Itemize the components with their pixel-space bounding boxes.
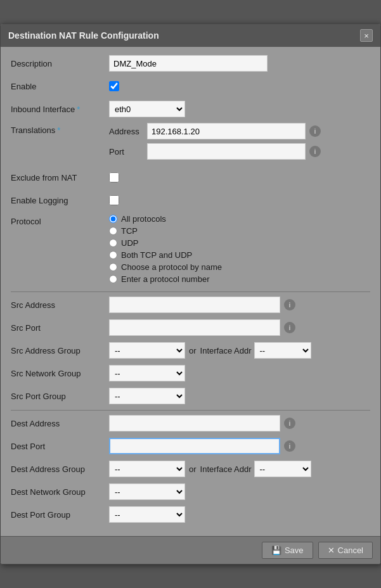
port-input[interactable] xyxy=(147,143,306,160)
divider-2 xyxy=(11,410,370,411)
protocol-both-radio[interactable] xyxy=(109,251,117,259)
protocol-tcp-radio[interactable] xyxy=(109,227,117,235)
close-button[interactable]: × xyxy=(360,29,373,42)
enable-logging-row: Enable Logging xyxy=(11,191,370,209)
enable-row: Enable xyxy=(11,77,370,95)
protocol-bynumber-label: Enter a protocol number xyxy=(121,274,209,284)
exclude-nat-label: Exclude from NAT xyxy=(11,173,109,182)
protocol-options: All protocols TCP UDP Both TCP and UDP C… xyxy=(109,214,370,286)
dest-iface-addr-label: Interface Addr xyxy=(200,464,252,474)
protocol-label: Protocol xyxy=(11,214,109,286)
src-port-label: Src Port xyxy=(11,323,109,333)
src-port-input[interactable] xyxy=(109,319,280,336)
protocol-byname-label: Choose a protocol by name xyxy=(121,262,222,272)
cancel-button[interactable]: ✕ Cancel xyxy=(318,542,373,559)
enable-checkbox[interactable] xyxy=(109,81,119,91)
protocol-all-label: All protocols xyxy=(121,214,166,224)
save-button[interactable]: 💾 Save xyxy=(262,542,313,559)
dialog-body: Description Enable Inbound Interface* et… xyxy=(1,47,380,536)
exclude-nat-checkbox[interactable] xyxy=(109,172,119,182)
src-address-group-label: Src Address Group xyxy=(11,346,109,355)
divider-1 xyxy=(11,291,370,292)
protocol-bynumber-radio[interactable] xyxy=(109,275,117,283)
address-info-icon: i xyxy=(309,125,321,137)
translations-fields: Address i Port i xyxy=(109,123,370,163)
enable-logging-checkbox[interactable] xyxy=(109,195,119,205)
port-sub-label: Port xyxy=(109,147,147,157)
src-port-info-icon: i xyxy=(284,322,295,333)
protocol-byname-row: Choose a protocol by name xyxy=(109,262,370,272)
translations-label: Translations* xyxy=(11,123,109,163)
dialog-footer: 💾 Save ✕ Cancel xyxy=(1,536,380,564)
protocol-byname-radio[interactable] xyxy=(109,263,117,271)
translations-block: Translations* Address i Port i xyxy=(11,123,370,163)
dest-or-text: or xyxy=(189,464,197,474)
dest-port-input[interactable] xyxy=(109,438,280,454)
protocol-tcp-label: TCP xyxy=(121,226,138,236)
dest-interface-addr-select[interactable]: -- xyxy=(254,461,311,477)
cancel-icon: ✕ xyxy=(328,546,335,555)
dest-address-label: Dest Address xyxy=(11,419,109,428)
dest-network-group-label: Dest Network Group xyxy=(11,487,109,497)
dest-network-group-select[interactable]: -- xyxy=(109,483,185,500)
exclude-nat-row: Exclude from NAT xyxy=(11,169,370,186)
src-network-group-select[interactable]: -- xyxy=(109,365,185,381)
port-row: Port i xyxy=(109,143,370,160)
src-or-text: or xyxy=(189,346,197,355)
enable-label: Enable xyxy=(11,82,109,91)
src-address-group-select[interactable]: -- xyxy=(109,342,185,359)
dest-port-info-icon: i xyxy=(284,440,295,452)
cancel-label: Cancel xyxy=(338,546,363,555)
dest-address-info-icon: i xyxy=(284,418,295,429)
address-row: Address i xyxy=(109,123,370,139)
protocol-tcp-row: TCP xyxy=(109,226,370,236)
description-label: Description xyxy=(11,59,109,68)
port-info-icon: i xyxy=(309,146,321,157)
dest-port-group-row: Dest Port Group -- xyxy=(11,506,370,523)
protocol-all-radio[interactable] xyxy=(109,215,117,223)
src-address-label: Src Address xyxy=(11,300,109,310)
protocol-block: Protocol All protocols TCP UDP Both TCP … xyxy=(11,214,370,286)
src-interface-addr-select[interactable]: -- xyxy=(254,342,311,359)
src-address-info-icon: i xyxy=(284,299,295,310)
protocol-bynumber-row: Enter a protocol number xyxy=(109,274,370,284)
dest-address-group-label: Dest Address Group xyxy=(11,464,109,474)
dest-port-group-label: Dest Port Group xyxy=(11,510,109,520)
dest-address-group-select[interactable]: -- xyxy=(109,461,185,477)
inbound-interface-label: Inbound Interface* xyxy=(11,105,109,114)
dest-port-group-select[interactable]: -- xyxy=(109,506,185,523)
protocol-all-row: All protocols xyxy=(109,214,370,224)
save-label: Save xyxy=(285,546,304,555)
inbound-interface-row: Inbound Interface* eth0 eth1 eth2 xyxy=(11,100,370,118)
protocol-udp-label: UDP xyxy=(121,238,138,248)
dest-network-group-row: Dest Network Group -- xyxy=(11,483,370,501)
dest-port-row: Dest Port i xyxy=(11,437,370,455)
dialog-title: Destination NAT Rule Configuration xyxy=(8,30,159,41)
src-iface-addr-label: Interface Addr xyxy=(200,346,252,355)
dest-port-label: Dest Port xyxy=(11,442,109,451)
dest-address-input[interactable] xyxy=(109,415,280,431)
src-address-group-row: Src Address Group -- or Interface Addr -… xyxy=(11,342,370,359)
src-network-group-row: Src Network Group -- xyxy=(11,364,370,382)
dialog: Destination NAT Rule Configuration × Des… xyxy=(0,23,381,565)
protocol-both-label: Both TCP and UDP xyxy=(121,250,192,260)
address-sub-label: Address xyxy=(109,127,147,136)
inbound-interface-select[interactable]: eth0 eth1 eth2 xyxy=(109,101,185,117)
src-port-group-select[interactable]: -- xyxy=(109,388,185,404)
protocol-udp-radio[interactable] xyxy=(109,239,117,247)
save-icon: 💾 xyxy=(271,546,281,555)
description-input[interactable] xyxy=(109,55,268,72)
src-address-input[interactable] xyxy=(109,297,280,313)
protocol-both-row: Both TCP and UDP xyxy=(109,250,370,260)
protocol-udp-row: UDP xyxy=(109,238,370,248)
enable-logging-label: Enable Logging xyxy=(11,196,109,205)
src-address-row: Src Address i xyxy=(11,296,370,314)
dialog-title-bar: Destination NAT Rule Configuration × xyxy=(1,24,380,47)
src-network-group-label: Src Network Group xyxy=(11,369,109,378)
dest-address-row: Dest Address i xyxy=(11,414,370,432)
src-port-row: Src Port i xyxy=(11,319,370,336)
dest-address-group-row: Dest Address Group -- or Interface Addr … xyxy=(11,460,370,478)
src-port-group-row: Src Port Group -- xyxy=(11,387,370,405)
address-input[interactable] xyxy=(147,123,306,139)
description-row: Description xyxy=(11,54,370,72)
